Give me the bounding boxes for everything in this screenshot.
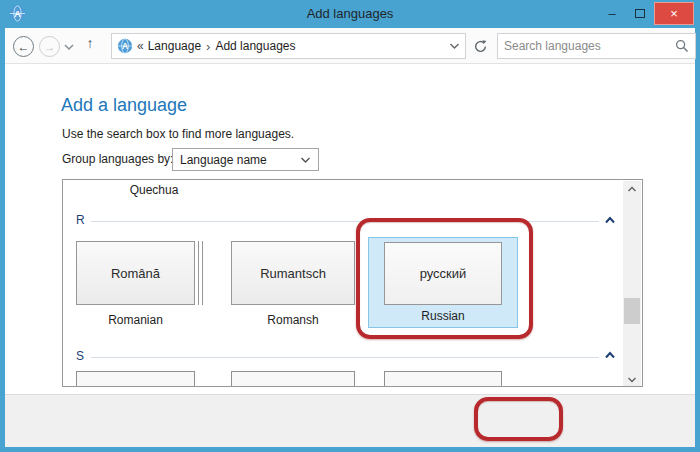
- group-by-value: Language name: [180, 153, 300, 167]
- recent-pages-dropdown[interactable]: [63, 42, 75, 52]
- tile-native-name: Rumantsch: [260, 266, 326, 281]
- language-list[interactable]: Quechua R Română Romanian Rumantsch Roma…: [62, 179, 643, 387]
- instruction-text: Use the search box to find more language…: [62, 127, 294, 141]
- section-divider-r: [91, 221, 599, 222]
- tile-native-name: Română: [111, 266, 160, 281]
- scroll-down-button[interactable]: [623, 371, 641, 387]
- breadcrumb-separator-icon: ›: [205, 39, 211, 54]
- back-button[interactable]: ←: [13, 36, 34, 57]
- page-title: Add a language: [61, 95, 187, 116]
- chevron-down-icon: [300, 156, 311, 164]
- section-divider-s: [91, 357, 599, 358]
- chevron-down-icon: [627, 376, 637, 383]
- vertical-scrollbar[interactable]: [623, 181, 641, 387]
- tile-english-name: Russian: [369, 309, 517, 323]
- window-title: Add languages: [0, 0, 700, 28]
- forward-button[interactable]: →: [39, 36, 60, 57]
- arrow-up-icon: ↑: [87, 35, 94, 51]
- breadcrumb-overflow[interactable]: «: [137, 39, 144, 53]
- group-by-label: Group languages by:: [62, 152, 173, 166]
- window-controls: – ×: [598, 2, 694, 25]
- tile-english-name: Romansh: [231, 313, 355, 327]
- scrollbar-thumb[interactable]: [624, 298, 640, 324]
- chevron-up-icon: [606, 353, 614, 358]
- navigation-toolbar: ← → ↑ A « Language › Add languages: [5, 28, 695, 64]
- close-icon: ×: [670, 6, 678, 21]
- footer-bar: Privacy statement Add Cancel: [5, 394, 695, 447]
- back-icon: ←: [18, 40, 30, 54]
- language-tile-romanian[interactable]: Română: [76, 241, 195, 305]
- maximize-button[interactable]: [626, 2, 654, 25]
- partial-language-tile[interactable]: [231, 371, 355, 387]
- search-input[interactable]: [504, 39, 675, 53]
- add-languages-window: A Add languages – × ← → ↑ A: [0, 0, 700, 452]
- section-header-r: R: [76, 213, 85, 227]
- up-button[interactable]: ↑: [80, 35, 100, 57]
- refresh-button[interactable]: [469, 36, 491, 56]
- tile-english-name: Romanian: [76, 313, 195, 327]
- scroll-up-button[interactable]: [623, 181, 641, 197]
- tile-native-name: русский: [420, 266, 467, 281]
- minimize-icon: –: [608, 6, 615, 21]
- language-tile-russian-selected[interactable]: русский Russian: [368, 237, 518, 328]
- collapse-section-s-button[interactable]: [604, 351, 616, 360]
- chevron-down-icon: [451, 44, 459, 48]
- partial-language-tile[interactable]: [384, 371, 502, 387]
- chevron-down-icon: [65, 45, 73, 49]
- breadcrumb-item-language[interactable]: Language: [148, 39, 201, 53]
- close-button[interactable]: ×: [654, 2, 694, 25]
- titlebar: A Add languages – ×: [0, 0, 700, 28]
- svg-text:A: A: [122, 41, 128, 51]
- collapse-section-r-button[interactable]: [604, 216, 616, 225]
- address-dropdown-button[interactable]: [449, 42, 460, 50]
- chevron-up-icon: [627, 186, 637, 193]
- language-tile-romansh[interactable]: Rumantsch: [231, 241, 355, 305]
- language-icon: A: [117, 38, 133, 54]
- minimize-button[interactable]: –: [598, 2, 626, 25]
- breadcrumb-bar[interactable]: A « Language › Add languages: [111, 33, 466, 59]
- section-header-s: S: [76, 349, 84, 363]
- forward-icon: →: [44, 40, 56, 54]
- search-box: [497, 33, 696, 59]
- partial-tile-label: Quechua: [98, 183, 210, 197]
- breadcrumb-item-add-languages[interactable]: Add languages: [215, 39, 295, 53]
- chevron-up-icon: [606, 218, 614, 223]
- language-tile-russian[interactable]: русский: [384, 242, 502, 305]
- partial-language-tile[interactable]: [76, 371, 195, 387]
- refresh-icon: [473, 39, 488, 54]
- search-icon[interactable]: [675, 39, 689, 53]
- group-by-dropdown[interactable]: Language name: [172, 148, 319, 171]
- maximize-icon: [635, 9, 645, 18]
